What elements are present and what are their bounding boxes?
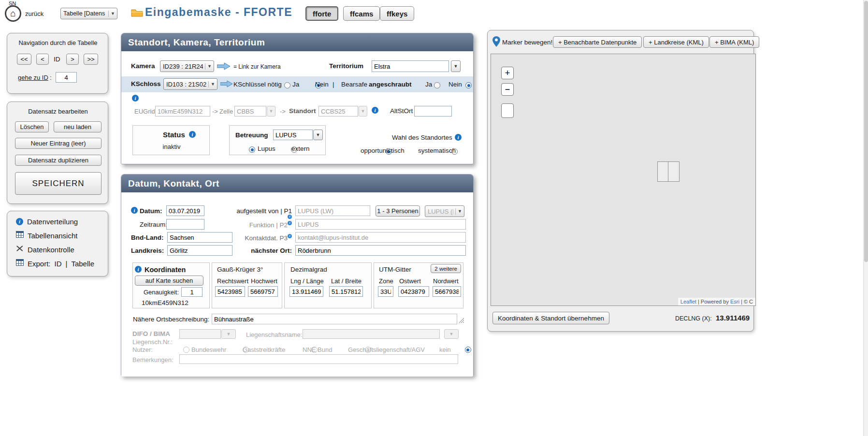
link-datenverteilung[interactable]: Datenverteilung (16, 218, 78, 226)
goto-id-link[interactable]: gehe zu ID (18, 74, 48, 81)
standort-info-icon[interactable] (372, 107, 378, 114)
scrollbar-thumb[interactable] (864, 1, 868, 262)
bearsafe-ja-radio[interactable] (434, 82, 440, 88)
zeitraum-input[interactable] (166, 219, 204, 230)
difo-input[interactable] (179, 329, 221, 339)
zelle-dropdown-button[interactable]: ▼ (267, 106, 275, 116)
kontakt-info-icon[interactable] (288, 234, 292, 238)
karte-suchen-button[interactable]: auf Karte suchen (135, 276, 203, 286)
personen-button[interactable]: 1 - 3 Personen (376, 205, 420, 217)
nutzer-nne-bund-label[interactable]: NNE Bund (303, 346, 332, 353)
utm-nordwert-input[interactable] (433, 286, 461, 297)
nutzer-kein-radio[interactable] (465, 347, 471, 353)
export-tabelle-link[interactable]: Tabelle (71, 260, 94, 268)
wahl-info-icon[interactable] (455, 134, 462, 141)
nutzer-bundeswehr-radio[interactable] (183, 347, 189, 353)
first-record-button[interactable]: << (17, 54, 31, 65)
aufgestellt-info-icon[interactable] (288, 215, 292, 219)
genauigkeit-input[interactable] (181, 287, 203, 297)
home-button[interactable]: ⌂ (5, 5, 21, 22)
landkreise-kml-button[interactable]: + Landkreise (KML) (643, 36, 709, 48)
territorium-input[interactable] (372, 60, 449, 72)
difo-dropdown-button[interactable]: ▼ (221, 329, 236, 339)
page-scrollbar[interactable] (863, 0, 868, 436)
tab-ffcams[interactable]: ffcams (343, 6, 380, 21)
apply-coordinates-button[interactable]: Koordinaten & Standort übernehmen (492, 312, 609, 324)
export-id-link[interactable]: ID (55, 260, 62, 268)
reload-button[interactable]: neu laden (54, 121, 101, 132)
funktion-input[interactable] (295, 219, 466, 230)
next-record-button[interactable]: > (66, 54, 79, 65)
nutzer-bundeswehr-label[interactable]: Bundeswehr (191, 346, 226, 353)
dz-lng-input[interactable] (289, 286, 323, 297)
standort-dropdown-button[interactable]: ▼ (359, 106, 367, 116)
save-button[interactable]: SPEICHERN (15, 172, 101, 195)
bima-kml-button[interactable]: + BIMA (KML) (709, 36, 759, 48)
utm-ostwert-input[interactable] (398, 286, 429, 297)
datum-input[interactable] (166, 205, 204, 216)
table-select[interactable]: Tabelle [Datens ▼ (60, 8, 117, 19)
tab-fforte[interactable]: fforte (305, 6, 338, 21)
bearsafe-ja-label[interactable]: Ja (425, 81, 432, 88)
gk-rechtswert-input[interactable] (215, 286, 245, 297)
link-datenkontrolle[interactable]: Datenkontrolle (16, 245, 74, 254)
leaflet-link[interactable]: Leaflet (680, 299, 696, 305)
systematisch-label[interactable]: systematisch (418, 147, 456, 154)
zelle-input[interactable] (234, 106, 266, 116)
ort-input[interactable] (295, 245, 466, 256)
betreuung-dropdown-button[interactable]: ▼ (313, 130, 323, 140)
betreuung-lupus-radio[interactable] (249, 146, 255, 153)
opportunistisch-label[interactable]: opportunistisch (361, 147, 405, 154)
back-link[interactable]: zurück (25, 10, 43, 17)
status-info-icon[interactable] (189, 131, 196, 138)
bearsafe-nein-label[interactable]: Nein (448, 81, 462, 88)
map-canvas[interactable]: + − Leaflet | Powered by Esri | © C (491, 54, 756, 306)
utm-zone-input[interactable] (378, 286, 393, 297)
eugrid-input[interactable] (155, 106, 210, 116)
betreuung-lupus-label[interactable]: Lupus (258, 145, 275, 152)
bndland-input[interactable] (167, 232, 232, 243)
dz-lat-input[interactable] (329, 286, 363, 297)
delete-button[interactable]: Löschen (15, 121, 49, 132)
liegenschaftsname-input[interactable] (303, 329, 440, 339)
resize-grip-icon[interactable] (458, 316, 464, 325)
kontakt-input[interactable] (295, 232, 466, 243)
prev-record-button[interactable]: < (36, 54, 49, 65)
kschloss-select[interactable]: ID103 : 21S02 ▼ (163, 78, 217, 90)
altstort-input[interactable] (414, 106, 452, 116)
kamera-select[interactable]: ID239 : 21R24 ▼ (160, 60, 214, 72)
layers-button[interactable] (501, 103, 514, 118)
nutzer-kein-label[interactable]: kein (439, 346, 451, 353)
koordinaten-info-icon[interactable] (135, 266, 142, 273)
nutzer-gaststreitkraefte-label[interactable]: Gaststreitkräfte (243, 346, 285, 353)
new-entry-button[interactable]: Neuer Eintrag (leer) (15, 138, 101, 149)
landkreis-input[interactable] (167, 245, 232, 256)
duplicate-button[interactable]: Datensatz duplizieren (15, 155, 101, 166)
territorium-dropdown-button[interactable]: ▼ (451, 60, 461, 72)
kschluessel-ja-label[interactable]: Ja (292, 81, 299, 88)
esri-link[interactable]: Esri (730, 299, 739, 305)
zoom-in-button[interactable]: + (501, 67, 514, 79)
kschluessel-nein-label[interactable]: Nein (315, 81, 329, 88)
last-record-button[interactable]: >> (84, 54, 98, 65)
nutzer-geschaeftsliegenschaft-label[interactable]: Geschäftsliegenschaft/AGV (348, 346, 425, 353)
aufgestellt-input[interactable] (295, 205, 370, 216)
utm-more-button[interactable]: 2 weitere (431, 264, 461, 273)
tab-ffkeys[interactable]: ffkeys (380, 6, 414, 21)
link-tabellenansicht[interactable]: Tabellenansicht (16, 231, 77, 240)
liegenschaftsname-dropdown-button[interactable]: ▼ (444, 329, 459, 339)
gk-hochwert-input[interactable] (248, 286, 278, 297)
bemerkungen-input[interactable] (179, 354, 458, 364)
ortsbeschreibung-input[interactable] (212, 314, 457, 324)
datenpunkte-button[interactable]: + Benachbarte Datenpunkte (553, 36, 642, 48)
funktion-info-icon[interactable] (288, 221, 292, 225)
goto-id-input[interactable] (56, 72, 77, 83)
kschluessel-ja-radio[interactable] (284, 82, 290, 88)
kschloss-info-icon[interactable] (132, 95, 139, 102)
betreuung-input[interactable] (273, 130, 313, 140)
betreuung-extern-label[interactable]: extern (291, 145, 310, 152)
standort-input[interactable] (318, 106, 358, 116)
personen-select[interactable]: LUPUS (LW ▼ (425, 205, 464, 217)
zoom-out-button[interactable]: − (501, 83, 514, 96)
datum-info-icon[interactable] (131, 207, 138, 214)
